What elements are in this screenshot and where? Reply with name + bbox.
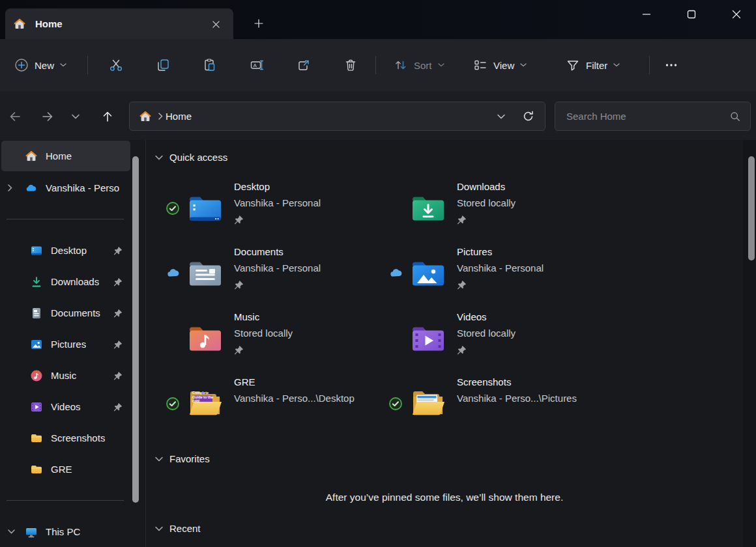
tile-title: Screenshots <box>457 376 511 387</box>
maximize-button[interactable] <box>672 0 711 29</box>
search-icon[interactable] <box>729 111 741 122</box>
onedrive-cloud-icon <box>25 182 38 195</box>
tile-downloads[interactable]: Downloads Stored locally <box>388 176 603 241</box>
expander-chevron-icon[interactable] <box>8 184 25 191</box>
pin-icon <box>234 345 244 355</box>
tile-title: Documents <box>234 246 284 257</box>
sidebar-item-music[interactable]: Music <box>1 360 130 391</box>
pin-icon <box>113 277 123 287</box>
copy-icon <box>156 58 170 72</box>
videos-folder-icon <box>410 320 446 356</box>
home-icon[interactable] <box>139 110 152 123</box>
pin-icon <box>113 309 123 318</box>
desktop-folder-icon <box>187 189 224 226</box>
sidebar-scrollbar[interactable] <box>132 156 139 503</box>
cut-button[interactable] <box>102 51 130 79</box>
rename-icon: A <box>250 58 264 72</box>
chevron-down-icon <box>155 526 163 531</box>
sidebar-item-gre[interactable]: GRE <box>1 454 130 484</box>
tile-music[interactable]: Music Stored locally <box>165 306 380 371</box>
this-pc-icon <box>25 526 38 539</box>
search-input[interactable] <box>565 110 729 122</box>
toolbar-divider <box>87 56 88 74</box>
view-button[interactable]: View <box>467 51 533 79</box>
share-icon <box>297 58 311 72</box>
tile-documents[interactable]: Documents Vanshika - Personal <box>165 241 380 306</box>
breadcrumb-home[interactable]: Home <box>166 111 192 122</box>
arrow-left-icon <box>8 109 22 124</box>
sidebar-divider <box>7 500 124 501</box>
tile-title: GRE <box>234 376 255 387</box>
address-bar[interactable]: Home <box>129 102 545 131</box>
folder-icon <box>30 463 43 476</box>
sidebar-item-downloads[interactable]: Downloads <box>1 266 130 297</box>
recent-section-header[interactable]: Recent <box>155 523 201 534</box>
sidebar-item-this-pc[interactable]: This PC <box>1 516 130 547</box>
chevron-down-icon <box>520 63 527 67</box>
navigation-pane: Home Vanshika - Perso Desktop Downloads <box>0 140 146 547</box>
sync-complete-badge-icon <box>166 202 179 215</box>
folder-icon <box>30 432 43 445</box>
filter-label: Filter <box>586 60 607 71</box>
pin-icon <box>234 215 244 225</box>
forward-button[interactable] <box>35 104 60 129</box>
new-label: New <box>35 60 54 71</box>
recent-locations-button[interactable] <box>65 104 86 129</box>
sidebar-item-videos[interactable]: Videos <box>1 391 130 422</box>
close-button[interactable] <box>717 0 756 29</box>
copy-button[interactable] <box>149 51 177 79</box>
sidebar-item-home[interactable]: Home <box>1 141 130 171</box>
downloads-icon <box>30 275 43 288</box>
chevron-down-icon <box>155 155 163 160</box>
sidebar-item-screenshots[interactable]: Screenshots <box>1 423 130 453</box>
documents-icon <box>30 307 43 320</box>
filter-button[interactable]: Filter <box>559 51 626 79</box>
documents-folder-icon <box>187 255 224 291</box>
content-pane: Quick access Desktop Vanshika - Personal… <box>146 140 756 547</box>
pin-icon <box>113 340 123 349</box>
sidebar-item-pictures[interactable]: Pictures <box>1 329 130 359</box>
quick-access-section-header[interactable]: Quick access <box>155 152 227 163</box>
minimize-button[interactable] <box>627 0 666 29</box>
view-icon <box>473 58 487 72</box>
refresh-icon[interactable] <box>522 110 534 122</box>
tile-screenshots[interactable]: Screenshots Vanshika - Perso...\Pictures <box>388 371 603 436</box>
home-icon <box>25 150 38 163</box>
back-button[interactable] <box>3 104 27 129</box>
arrow-right-icon <box>40 109 55 124</box>
plus-icon <box>254 19 263 28</box>
pin-icon <box>457 345 467 355</box>
videos-icon <box>30 400 43 414</box>
sidebar-item-documents[interactable]: Documents <box>1 298 130 328</box>
tile-pictures[interactable]: Pictures Vanshika - Personal <box>388 241 603 306</box>
sort-button[interactable]: Sort <box>387 51 451 79</box>
sidebar-item-onedrive[interactable]: Vanshika - Perso <box>1 173 130 203</box>
tile-subtitle: Stored locally <box>457 197 516 208</box>
tile-gre[interactable]: Complete Guide to the GRE GRE Vanshika -… <box>165 371 380 436</box>
sidebar-item-desktop[interactable]: Desktop <box>1 235 130 266</box>
content-scrollbar[interactable] <box>748 156 755 260</box>
paste-button[interactable] <box>196 51 224 79</box>
new-tab-button[interactable] <box>249 14 269 33</box>
filter-icon <box>566 58 580 72</box>
tile-videos[interactable]: Videos Stored locally <box>388 306 603 371</box>
pin-icon <box>457 280 467 290</box>
tab-close-icon[interactable] <box>209 17 223 31</box>
sort-label: Sort <box>414 60 432 71</box>
tile-subtitle: Stored locally <box>234 328 293 339</box>
expander-chevron-icon[interactable] <box>8 529 25 534</box>
favorites-section-header[interactable]: Favorites <box>155 453 210 464</box>
up-button[interactable] <box>95 104 120 129</box>
tile-desktop[interactable]: Desktop Vanshika - Personal <box>165 176 380 241</box>
rename-button[interactable]: A <box>242 51 271 79</box>
share-button[interactable] <box>289 51 318 79</box>
sync-complete-badge-icon <box>389 397 402 410</box>
cloud-badge-icon <box>166 267 179 280</box>
toolbar-divider <box>375 56 376 74</box>
delete-button[interactable] <box>336 51 365 79</box>
tile-subtitle: Vanshika - Personal <box>457 262 544 274</box>
address-dropdown-icon[interactable] <box>497 114 505 119</box>
tab-home[interactable]: Home <box>5 8 233 39</box>
new-button[interactable]: New <box>8 51 73 79</box>
more-options-button[interactable] <box>657 51 686 79</box>
